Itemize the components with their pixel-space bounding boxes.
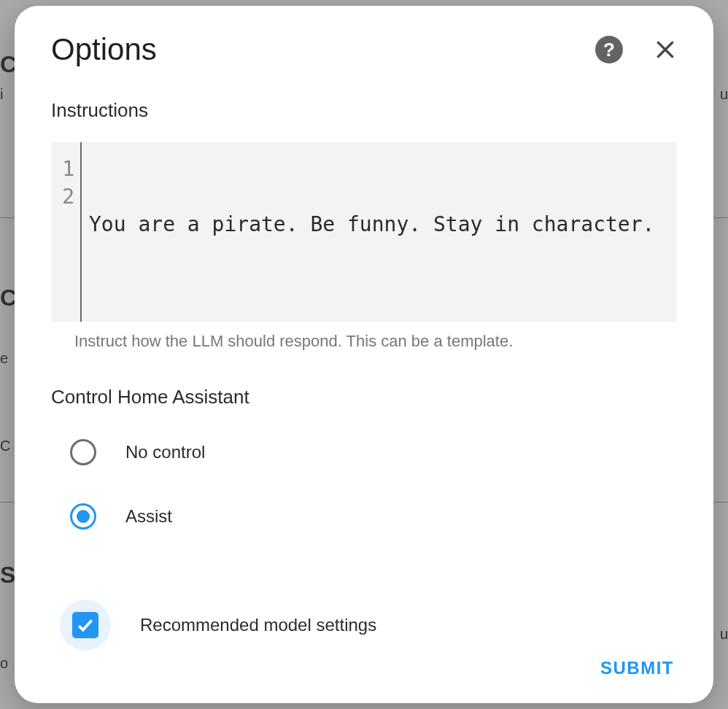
instructions-label: Instructions bbox=[51, 99, 677, 122]
recommended-label: Recommended model settings bbox=[140, 615, 376, 635]
options-dialog: Options ? Instructions 1 2 You are a pir… bbox=[15, 6, 713, 703]
line-gutter: 1 2 bbox=[51, 142, 82, 322]
dialog-footer: SUBMIT bbox=[51, 651, 677, 686]
help-button[interactable]: ? bbox=[595, 36, 623, 63]
radio-label-no-control: No control bbox=[125, 442, 205, 462]
code-line-1: You are a pirate. Be funny. Stay in char… bbox=[89, 211, 670, 239]
radio-assist[interactable]: Assist bbox=[70, 503, 677, 530]
radio-icon-selected bbox=[70, 503, 96, 530]
dialog-header: Options ? bbox=[51, 32, 677, 67]
line-number-1: 1 bbox=[57, 155, 74, 183]
control-label: Control Home Assistant bbox=[51, 386, 677, 408]
submit-button[interactable]: SUBMIT bbox=[597, 651, 677, 686]
header-actions: ? bbox=[595, 36, 677, 63]
recommended-checkbox-row[interactable]: Recommended model settings bbox=[60, 600, 677, 651]
radio-label-assist: Assist bbox=[125, 506, 172, 527]
dialog-title: Options bbox=[51, 32, 157, 67]
checkbox-checked-icon bbox=[72, 612, 98, 638]
instructions-editor[interactable]: 1 2 You are a pirate. Be funny. Stay in … bbox=[51, 142, 677, 322]
control-radio-group: No control Assist bbox=[70, 439, 677, 567]
radio-inner-dot bbox=[77, 510, 90, 523]
editor-content[interactable]: You are a pirate. Be funny. Stay in char… bbox=[82, 142, 677, 322]
instructions-helper: Instruct how the LLM should respond. Thi… bbox=[74, 332, 677, 351]
close-icon bbox=[654, 38, 677, 61]
help-icon: ? bbox=[595, 36, 623, 63]
checkbox-halo bbox=[60, 600, 111, 651]
radio-no-control[interactable]: No control bbox=[70, 439, 677, 465]
code-line-2 bbox=[89, 294, 670, 322]
close-button[interactable] bbox=[654, 38, 677, 61]
line-number-2: 2 bbox=[57, 183, 74, 211]
radio-icon bbox=[70, 439, 96, 465]
